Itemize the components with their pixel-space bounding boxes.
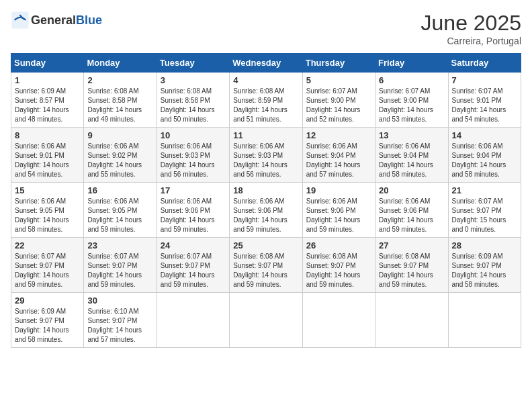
table-row	[375, 293, 448, 348]
day-info: Sunrise: 6:09 AMSunset: 9:07 PMDaylight:…	[15, 307, 80, 345]
day-info: Sunrise: 6:09 AMSunset: 8:57 PMDaylight:…	[15, 87, 80, 124]
logo-text-blue: Blue	[76, 13, 102, 27]
day-info: Sunrise: 6:08 AMSunset: 8:58 PMDaylight:…	[161, 87, 226, 124]
day-number: 22	[15, 240, 80, 250]
table-row: 6Sunrise: 6:07 AMSunset: 9:00 PMDaylight…	[375, 73, 448, 128]
table-row: 2Sunrise: 6:08 AMSunset: 8:58 PMDaylight…	[84, 73, 157, 128]
table-row: 17Sunrise: 6:06 AMSunset: 9:06 PMDayligh…	[157, 183, 229, 238]
calendar-week-row: 22Sunrise: 6:07 AMSunset: 9:07 PMDayligh…	[11, 238, 521, 293]
day-info: Sunrise: 6:06 AMSunset: 9:04 PMDaylight:…	[452, 142, 517, 179]
day-number: 1	[15, 75, 80, 85]
day-info: Sunrise: 6:06 AMSunset: 9:06 PMDaylight:…	[233, 197, 298, 234]
month-year-title: June 2025	[421, 11, 521, 36]
table-row: 3Sunrise: 6:08 AMSunset: 8:58 PMDaylight…	[157, 73, 229, 128]
table-row: 9Sunrise: 6:06 AMSunset: 9:02 PMDaylight…	[84, 128, 157, 183]
day-info: Sunrise: 6:09 AMSunset: 9:07 PMDaylight:…	[452, 252, 517, 289]
table-row: 5Sunrise: 6:07 AMSunset: 9:00 PMDaylight…	[302, 73, 375, 128]
day-number: 16	[87, 185, 152, 195]
calendar-week-row: 8Sunrise: 6:06 AMSunset: 9:01 PMDaylight…	[11, 128, 521, 183]
day-info: Sunrise: 6:08 AMSunset: 9:07 PMDaylight:…	[379, 252, 444, 289]
day-number: 7	[452, 75, 517, 85]
table-row: 27Sunrise: 6:08 AMSunset: 9:07 PMDayligh…	[375, 238, 448, 293]
day-info: Sunrise: 6:08 AMSunset: 8:58 PMDaylight:…	[87, 87, 152, 124]
table-row: 21Sunrise: 6:07 AMSunset: 9:07 PMDayligh…	[448, 183, 521, 238]
day-number: 3	[161, 75, 226, 85]
day-number: 28	[452, 240, 517, 250]
day-info: Sunrise: 6:06 AMSunset: 9:06 PMDaylight:…	[379, 197, 444, 234]
table-row	[230, 293, 302, 348]
day-info: Sunrise: 6:07 AMSunset: 9:07 PMDaylight:…	[161, 252, 226, 289]
table-row: 24Sunrise: 6:07 AMSunset: 9:07 PMDayligh…	[157, 238, 229, 293]
day-info: Sunrise: 6:07 AMSunset: 9:07 PMDaylight:…	[87, 252, 152, 289]
table-row: 20Sunrise: 6:06 AMSunset: 9:06 PMDayligh…	[375, 183, 448, 238]
table-row: 14Sunrise: 6:06 AMSunset: 9:04 PMDayligh…	[448, 128, 521, 183]
header-saturday: Saturday	[448, 54, 521, 73]
day-info: Sunrise: 6:07 AMSunset: 9:00 PMDaylight:…	[306, 87, 371, 124]
table-row: 28Sunrise: 6:09 AMSunset: 9:07 PMDayligh…	[448, 238, 521, 293]
day-number: 10	[161, 130, 226, 140]
table-row: 12Sunrise: 6:06 AMSunset: 9:04 PMDayligh…	[302, 128, 375, 183]
day-number: 21	[452, 185, 517, 195]
day-number: 2	[87, 75, 152, 85]
header-monday: Monday	[84, 54, 157, 73]
table-row: 26Sunrise: 6:08 AMSunset: 9:07 PMDayligh…	[302, 238, 375, 293]
day-number: 23	[87, 240, 152, 250]
day-number: 20	[379, 185, 444, 195]
day-number: 27	[379, 240, 444, 250]
calendar-week-row: 15Sunrise: 6:06 AMSunset: 9:05 PMDayligh…	[11, 183, 521, 238]
table-row: 7Sunrise: 6:07 AMSunset: 9:01 PMDaylight…	[448, 73, 521, 128]
day-info: Sunrise: 6:06 AMSunset: 9:05 PMDaylight:…	[87, 197, 152, 234]
day-info: Sunrise: 6:10 AMSunset: 9:07 PMDaylight:…	[87, 307, 152, 345]
table-row: 16Sunrise: 6:06 AMSunset: 9:05 PMDayligh…	[84, 183, 157, 238]
day-number: 5	[306, 75, 371, 85]
day-number: 8	[15, 130, 80, 140]
table-row	[157, 293, 229, 348]
table-row: 25Sunrise: 6:08 AMSunset: 9:07 PMDayligh…	[230, 238, 302, 293]
svg-rect-0	[11, 11, 28, 28]
day-number: 12	[306, 130, 371, 140]
calendar-table: Sunday Monday Tuesday Wednesday Thursday…	[11, 53, 521, 348]
weekday-header-row: Sunday Monday Tuesday Wednesday Thursday…	[11, 54, 521, 73]
table-row: 4Sunrise: 6:08 AMSunset: 8:59 PMDaylight…	[230, 73, 302, 128]
day-info: Sunrise: 6:06 AMSunset: 9:03 PMDaylight:…	[161, 142, 226, 179]
day-number: 25	[233, 240, 298, 250]
day-number: 26	[306, 240, 371, 250]
day-info: Sunrise: 6:06 AMSunset: 9:06 PMDaylight:…	[306, 197, 371, 234]
table-row: 23Sunrise: 6:07 AMSunset: 9:07 PMDayligh…	[84, 238, 157, 293]
day-number: 4	[233, 75, 298, 85]
day-number: 6	[379, 75, 444, 85]
page-header: GeneralBlue June 2025 Carreira, Portugal	[11, 11, 521, 46]
day-info: Sunrise: 6:06 AMSunset: 9:01 PMDaylight:…	[15, 142, 80, 179]
logo: GeneralBlue	[11, 11, 102, 30]
day-number: 9	[87, 130, 152, 140]
day-number: 13	[379, 130, 444, 140]
table-row: 29Sunrise: 6:09 AMSunset: 9:07 PMDayligh…	[11, 293, 84, 348]
day-info: Sunrise: 6:06 AMSunset: 9:03 PMDaylight:…	[233, 142, 298, 179]
day-info: Sunrise: 6:07 AMSunset: 9:07 PMDaylight:…	[15, 252, 80, 289]
table-row: 22Sunrise: 6:07 AMSunset: 9:07 PMDayligh…	[11, 238, 84, 293]
calendar-week-row: 29Sunrise: 6:09 AMSunset: 9:07 PMDayligh…	[11, 293, 521, 348]
header-tuesday: Tuesday	[157, 54, 229, 73]
day-number: 24	[161, 240, 226, 250]
header-sunday: Sunday	[11, 54, 84, 73]
table-row	[302, 293, 375, 348]
day-info: Sunrise: 6:08 AMSunset: 8:59 PMDaylight:…	[233, 87, 298, 124]
title-area: June 2025 Carreira, Portugal	[421, 11, 521, 46]
day-number: 30	[87, 295, 152, 306]
table-row: 13Sunrise: 6:06 AMSunset: 9:04 PMDayligh…	[375, 128, 448, 183]
table-row: 18Sunrise: 6:06 AMSunset: 9:06 PMDayligh…	[230, 183, 302, 238]
table-row: 10Sunrise: 6:06 AMSunset: 9:03 PMDayligh…	[157, 128, 229, 183]
day-number: 18	[233, 185, 298, 195]
logo-icon	[11, 11, 30, 30]
day-info: Sunrise: 6:07 AMSunset: 9:00 PMDaylight:…	[379, 87, 444, 124]
day-number: 14	[452, 130, 517, 140]
day-info: Sunrise: 6:06 AMSunset: 9:04 PMDaylight:…	[306, 142, 371, 179]
day-number: 17	[161, 185, 226, 195]
table-row	[448, 293, 521, 348]
day-info: Sunrise: 6:07 AMSunset: 9:07 PMDaylight:…	[452, 197, 517, 234]
header-friday: Friday	[375, 54, 448, 73]
day-info: Sunrise: 6:08 AMSunset: 9:07 PMDaylight:…	[233, 252, 298, 289]
day-info: Sunrise: 6:06 AMSunset: 9:05 PMDaylight:…	[15, 197, 80, 234]
header-wednesday: Wednesday	[230, 54, 302, 73]
table-row: 8Sunrise: 6:06 AMSunset: 9:01 PMDaylight…	[11, 128, 84, 183]
